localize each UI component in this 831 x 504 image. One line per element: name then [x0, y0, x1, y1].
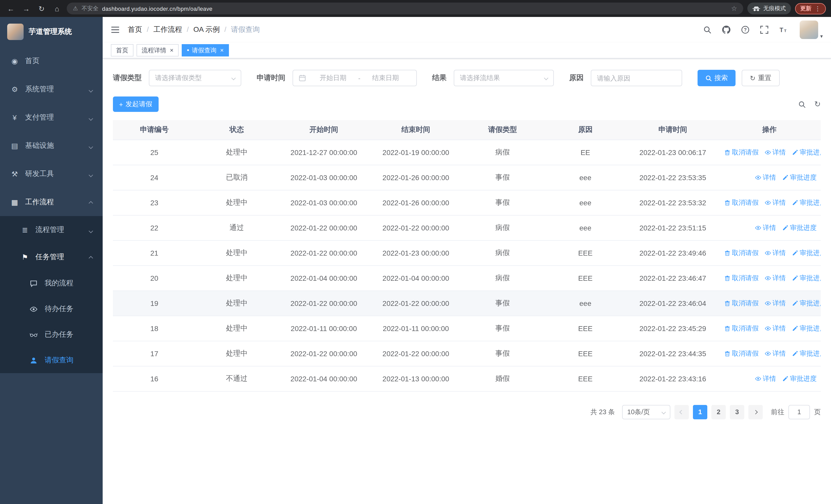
- search-button[interactable]: 搜索: [697, 70, 736, 86]
- cancel-action-link[interactable]: 取消请假: [724, 148, 758, 157]
- app-logo[interactable]: 芋道管理系统: [0, 17, 103, 47]
- sidebar-item-task-mgmt[interactable]: ⚑ 任务管理: [0, 243, 103, 270]
- page-button-2[interactable]: 2: [711, 405, 726, 419]
- sidebar-item-payment[interactable]: ¥ 支付管理: [0, 103, 103, 131]
- detail-action-link[interactable]: 详情: [755, 173, 776, 182]
- sidebar-item-leave-query[interactable]: 请假查询: [0, 348, 103, 373]
- progress-action-link[interactable]: 审批进度: [792, 148, 821, 157]
- home-icon[interactable]: ⌂: [51, 3, 63, 14]
- sidebar-item-home[interactable]: ◉ 首页: [0, 47, 103, 75]
- prev-page-button[interactable]: [675, 405, 689, 419]
- tab-home[interactable]: 首页: [111, 44, 134, 56]
- apply-time-range-picker[interactable]: 开始日期 - 结束日期: [292, 70, 417, 86]
- detail-action-link[interactable]: 详情: [765, 298, 786, 308]
- fullscreen-icon[interactable]: [760, 25, 769, 34]
- back-icon[interactable]: ←: [5, 3, 17, 14]
- security-label[interactable]: 不安全: [82, 5, 98, 12]
- progress-action-link[interactable]: 审批进度: [782, 374, 816, 383]
- col-leave-type: 请假类型: [462, 120, 543, 140]
- navbar-actions: ? TT ▾: [703, 21, 823, 39]
- page-button-3[interactable]: 3: [730, 405, 744, 419]
- update-button[interactable]: 更新 ⋮: [795, 3, 826, 14]
- page-size-select[interactable]: 10条/页: [622, 405, 670, 419]
- reload-icon[interactable]: ↻: [36, 3, 47, 14]
- font-size-icon[interactable]: TT: [779, 25, 788, 34]
- progress-action-link[interactable]: 审批进度: [792, 298, 821, 308]
- tab-process-detail[interactable]: 流程详情 ×: [137, 44, 179, 56]
- cell-end: 2022-01-13 00:00:00: [370, 366, 462, 391]
- progress-action-link[interactable]: 审批进度: [782, 223, 816, 232]
- cancel-action-link[interactable]: 取消请假: [724, 324, 758, 333]
- hamburger-icon[interactable]: [111, 26, 120, 33]
- cancel-action-link[interactable]: 取消请假: [724, 273, 758, 283]
- detail-action-link[interactable]: 详情: [765, 273, 786, 283]
- cancel-action-link[interactable]: 取消请假: [724, 349, 758, 358]
- close-icon[interactable]: ×: [220, 47, 224, 53]
- cancel-action-link[interactable]: 取消请假: [724, 198, 758, 207]
- progress-action-link[interactable]: 审批进度: [792, 349, 821, 358]
- goto-page-input[interactable]: [789, 405, 810, 419]
- tab-label: 请假查询: [192, 46, 217, 55]
- help-icon[interactable]: ?: [741, 25, 750, 34]
- sidebar-item-infra[interactable]: ▤ 基础设施: [0, 131, 103, 159]
- tab-leave-query[interactable]: ● 请假查询 ×: [182, 44, 229, 56]
- forward-icon[interactable]: →: [21, 3, 32, 14]
- url-bar[interactable]: ⚠ 不安全 dashboard.yudao.iocoder.cn/bpm/oa/…: [67, 3, 743, 14]
- breadcrumb-oa-example[interactable]: OA 示例: [194, 25, 231, 34]
- cell-id: 18: [113, 316, 196, 341]
- next-page-button[interactable]: [748, 405, 763, 419]
- sidebar-item-workflow[interactable]: ▦ 工作流程: [0, 188, 103, 216]
- detail-action-link[interactable]: 详情: [755, 223, 776, 232]
- search-icon[interactable]: [703, 25, 712, 34]
- plus-icon: +: [119, 100, 123, 108]
- cancel-action-link[interactable]: 取消请假: [724, 248, 758, 257]
- menu-label: 已办任务: [45, 330, 74, 339]
- cell-reason: EEE: [543, 240, 628, 265]
- detail-action-link[interactable]: 详情: [765, 148, 786, 157]
- user-avatar-menu[interactable]: ▾: [800, 21, 823, 39]
- filter-apply-time: 申请时间 开始日期 - 结束日期: [257, 70, 417, 86]
- bookmark-star-icon[interactable]: ☆: [731, 5, 737, 12]
- reset-button[interactable]: ↻ 重置: [742, 70, 780, 86]
- sidebar-item-devtools[interactable]: ⚒ 研发工具: [0, 159, 103, 188]
- reason-input[interactable]: [591, 70, 682, 86]
- detail-action-link[interactable]: 详情: [755, 374, 776, 383]
- github-icon[interactable]: [722, 25, 731, 34]
- col-apply-time: 申请时间: [628, 120, 718, 140]
- cancel-action-link[interactable]: 取消请假: [724, 298, 758, 308]
- edit-icon: [792, 250, 798, 256]
- create-leave-button[interactable]: + 发起请假: [113, 96, 159, 112]
- sidebar-item-my-process[interactable]: 我的流程: [0, 270, 103, 296]
- cell-apply_time: 2022-01-22 23:51:15: [628, 215, 718, 240]
- breadcrumb-current: 请假查询: [231, 25, 260, 34]
- browser-menu-icon[interactable]: ⋮: [814, 5, 821, 12]
- sidebar-item-done-tasks[interactable]: 已办任务: [0, 322, 103, 348]
- refresh-icon[interactable]: ↻: [814, 99, 821, 109]
- progress-action-link[interactable]: 审批进度: [792, 273, 821, 283]
- progress-action-link[interactable]: 审批进度: [792, 248, 821, 257]
- detail-action-link[interactable]: 详情: [765, 324, 786, 333]
- page-button-1[interactable]: 1: [693, 405, 707, 419]
- action-label: 审批进度: [790, 173, 816, 182]
- detail-action-link[interactable]: 详情: [765, 248, 786, 257]
- result-select[interactable]: 请选择流结果: [454, 70, 554, 86]
- cell-status: 处理中: [196, 240, 278, 265]
- cell-apply_time: 2022-01-22 23:53:32: [628, 190, 718, 215]
- sidebar-item-process-mgmt[interactable]: ≣ 流程管理: [0, 216, 103, 243]
- cell-apply_time: 2022-01-22 23:46:04: [628, 291, 718, 316]
- search-toggle-icon[interactable]: [798, 100, 806, 108]
- close-icon[interactable]: ×: [170, 47, 173, 53]
- sidebar-item-system[interactable]: ⚙ 系统管理: [0, 75, 103, 103]
- progress-action-link[interactable]: 审批进度: [782, 173, 816, 182]
- detail-action-link[interactable]: 详情: [765, 349, 786, 358]
- action-label: 详情: [773, 324, 786, 333]
- breadcrumb-workflow[interactable]: 工作流程: [153, 25, 194, 34]
- total-count: 共 23 条: [591, 407, 615, 416]
- progress-action-link[interactable]: 审批进度: [792, 324, 821, 333]
- detail-action-link[interactable]: 详情: [765, 198, 786, 207]
- sidebar-item-todo-tasks[interactable]: 待办任务: [0, 296, 103, 322]
- progress-action-link[interactable]: 审批进度: [792, 198, 821, 207]
- filter-reason: 原因: [569, 70, 682, 86]
- leave-type-select[interactable]: 请选择请假类型: [149, 70, 241, 86]
- breadcrumb-home[interactable]: 首页: [128, 25, 153, 34]
